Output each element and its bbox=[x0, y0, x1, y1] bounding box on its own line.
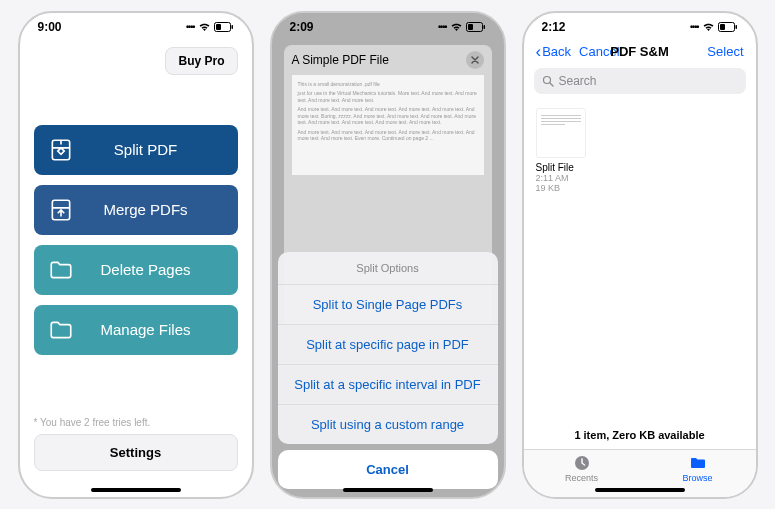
phone-split-options: 2:09 •••• A Simple PDF File This is a sm… bbox=[270, 11, 506, 499]
split-specific-page-option[interactable]: Split at specific page in PDF bbox=[278, 325, 498, 365]
home-indicator[interactable] bbox=[343, 488, 433, 492]
wifi-icon bbox=[198, 22, 211, 32]
pdf-title: A Simple PDF File bbox=[292, 53, 389, 67]
clock-icon bbox=[573, 454, 591, 472]
wifi-icon bbox=[702, 22, 715, 32]
merge-pdfs-button[interactable]: Merge PDFs bbox=[34, 185, 238, 235]
nav-bar: ‹ Back Cancel PDF S&M Select bbox=[524, 41, 756, 64]
signal-icon: •••• bbox=[438, 22, 447, 32]
split-interval-option[interactable]: Split at a specific interval in PDF bbox=[278, 365, 498, 405]
folder-icon bbox=[689, 454, 707, 472]
svg-rect-2 bbox=[231, 25, 233, 29]
home-indicator[interactable] bbox=[91, 488, 181, 492]
split-pdf-label: Split PDF bbox=[68, 141, 224, 158]
select-button[interactable]: Select bbox=[707, 44, 743, 59]
wifi-icon bbox=[450, 22, 463, 32]
signal-icon: •••• bbox=[690, 22, 699, 32]
file-item[interactable]: Split File 2:11 AM 19 KB bbox=[536, 108, 592, 195]
status-time: 2:09 bbox=[290, 20, 314, 34]
pdf-page-preview: This is a small demonstration .pdf file … bbox=[292, 75, 484, 175]
battery-icon bbox=[214, 22, 234, 32]
settings-button[interactable]: Settings bbox=[34, 434, 238, 471]
status-time: 2:12 bbox=[542, 20, 566, 34]
chevron-left-icon: ‹ bbox=[536, 43, 542, 60]
svg-rect-1 bbox=[216, 24, 221, 30]
phone-home: 9:00 •••• Buy Pro Split PDF Merge PDFs D… bbox=[18, 11, 254, 499]
svg-rect-9 bbox=[720, 24, 725, 30]
search-input[interactable]: Search bbox=[534, 68, 746, 94]
cancel-button[interactable]: Cancel bbox=[278, 450, 498, 489]
split-single-option[interactable]: Split to Single Page PDFs bbox=[278, 285, 498, 325]
status-bar: 9:00 •••• bbox=[20, 13, 252, 41]
back-label: Back bbox=[542, 44, 571, 59]
pdf-body: just for use in the Virtual Mechanics tu… bbox=[298, 90, 478, 103]
signal-icon: •••• bbox=[186, 22, 195, 32]
pdf-subtitle: This is a small demonstration .pdf file bbox=[298, 81, 478, 88]
trial-note: * You have 2 free tries left. bbox=[34, 417, 238, 428]
battery-icon bbox=[718, 22, 738, 32]
svg-rect-7 bbox=[483, 25, 485, 29]
split-pdf-button[interactable]: Split PDF bbox=[34, 125, 238, 175]
home-indicator[interactable] bbox=[595, 488, 685, 492]
svg-point-11 bbox=[543, 76, 550, 83]
status-icons: •••• bbox=[690, 22, 738, 32]
file-time: 2:11 AM bbox=[536, 173, 592, 184]
file-thumbnail-icon bbox=[536, 108, 586, 158]
tab-label: Recents bbox=[565, 473, 598, 483]
action-sheet: Split Options Split to Single Page PDFs … bbox=[278, 252, 498, 489]
svg-rect-10 bbox=[735, 25, 737, 29]
close-icon bbox=[471, 56, 479, 64]
tab-recents[interactable]: Recents bbox=[524, 454, 640, 483]
file-name: Split File bbox=[536, 162, 592, 173]
status-icons: •••• bbox=[438, 22, 486, 32]
search-placeholder: Search bbox=[559, 74, 597, 88]
phone-files: 2:12 •••• ‹ Back Cancel PDF S&M Select S… bbox=[522, 11, 758, 499]
merge-pdfs-label: Merge PDFs bbox=[68, 201, 224, 218]
status-bar: 2:09 •••• bbox=[272, 13, 504, 41]
file-size: 19 KB bbox=[536, 183, 592, 194]
status-icons: •••• bbox=[186, 22, 234, 32]
svg-rect-6 bbox=[468, 24, 473, 30]
search-icon bbox=[542, 75, 554, 87]
status-bar: 2:12 •••• bbox=[524, 13, 756, 41]
close-button[interactable] bbox=[466, 51, 484, 69]
buy-pro-button[interactable]: Buy Pro bbox=[165, 47, 237, 75]
file-grid: Split File 2:11 AM 19 KB bbox=[524, 102, 756, 421]
manage-files-label: Manage Files bbox=[68, 321, 224, 338]
page-title: PDF S&M bbox=[610, 44, 669, 59]
delete-pages-button[interactable]: Delete Pages bbox=[34, 245, 238, 295]
delete-pages-label: Delete Pages bbox=[68, 261, 224, 278]
tab-label: Browse bbox=[682, 473, 712, 483]
status-time: 9:00 bbox=[38, 20, 62, 34]
back-button[interactable]: ‹ Back bbox=[536, 43, 572, 60]
manage-files-button[interactable]: Manage Files bbox=[34, 305, 238, 355]
sheet-title: Split Options bbox=[278, 252, 498, 285]
tab-browse[interactable]: Browse bbox=[640, 454, 756, 483]
storage-status: 1 item, Zero KB available bbox=[524, 421, 756, 449]
split-custom-range-option[interactable]: Split using a custom range bbox=[278, 405, 498, 444]
battery-icon bbox=[466, 22, 486, 32]
pdf-body: And more text. And more text. And more t… bbox=[298, 129, 478, 142]
pdf-body: And more text. And more text. And more t… bbox=[298, 106, 478, 126]
